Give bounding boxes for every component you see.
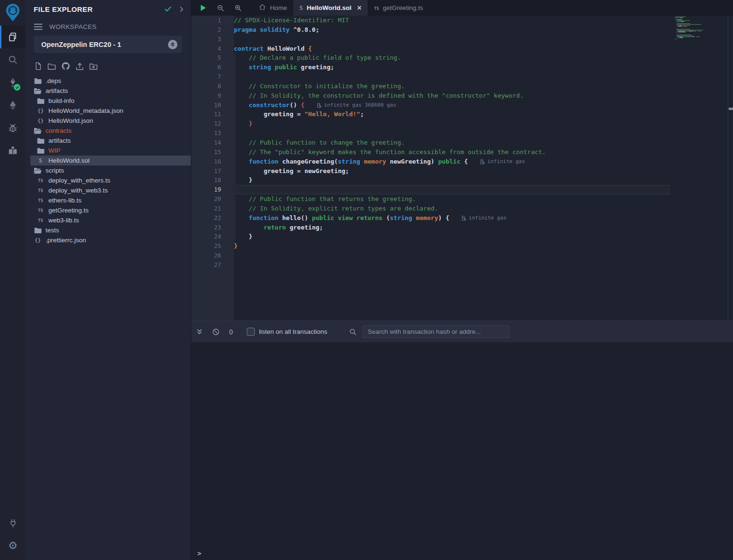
tree-item-ethers-lib-ts[interactable]: TSethers-lib.ts (30, 195, 191, 205)
code-line[interactable]: // Constructor to initialize the greetin… (234, 82, 733, 91)
code-line[interactable]: pragma solidity ^0.8.0; (234, 25, 733, 35)
code-line[interactable] (234, 260, 733, 270)
code-line[interactable]: } (234, 119, 733, 129)
line-number[interactable]: 10 (191, 101, 234, 110)
code-line[interactable]: } (234, 241, 733, 251)
learneth-icon[interactable] (0, 139, 26, 162)
tab-home[interactable]: Home (252, 0, 293, 16)
tree-item-build-info[interactable]: build-info (30, 96, 191, 106)
terminal-output[interactable]: > (191, 342, 733, 560)
line-number[interactable]: 27 (191, 260, 234, 270)
line-number[interactable]: 16 (191, 157, 234, 166)
new-file-icon[interactable] (34, 62, 43, 71)
line-number[interactable]: 20 (191, 194, 234, 204)
line-number[interactable]: 23 (191, 223, 234, 232)
tree-item-tests[interactable]: tests (30, 225, 191, 235)
tree-item-artifacts[interactable]: artifacts (30, 136, 191, 146)
code-line[interactable]: } (234, 232, 733, 241)
solidity-compiler-icon[interactable] (0, 71, 26, 94)
tree-item--deps[interactable]: .deps (30, 76, 191, 86)
tab-helloworld-sol[interactable]: SHelloWorld.sol× (293, 0, 368, 16)
code-line[interactable]: // In Solidity, the constructor is defin… (234, 91, 733, 101)
terminal-clear-icon[interactable] (212, 328, 220, 336)
hamburger-menu-icon[interactable] (34, 23, 43, 30)
line-number[interactable]: 17 (191, 166, 234, 176)
line-number[interactable]: 8 (191, 82, 234, 91)
code-line[interactable]: // Public function to change the greetin… (234, 138, 733, 147)
close-tab-icon[interactable]: × (357, 4, 362, 12)
code-line[interactable]: constructor() {infinite gas 368600 gas (234, 101, 733, 110)
tree-item--prettierrc-json[interactable]: {}.prettierrc.json (30, 235, 191, 245)
tree-item-deploy-with-ethers-ts[interactable]: TSdeploy_with_ethers.ts (30, 175, 191, 185)
line-number[interactable]: 22 (191, 213, 234, 223)
zoom-out-icon[interactable] (217, 4, 224, 12)
line-number[interactable]: 11 (191, 110, 234, 119)
line-number[interactable]: 4 (191, 44, 234, 54)
line-number[interactable]: 25 (191, 241, 234, 251)
debugger-icon[interactable] (0, 117, 26, 139)
line-number[interactable]: 21 (191, 204, 234, 213)
listen-transactions-checkbox[interactable] (247, 328, 255, 336)
line-number[interactable]: 1 (191, 16, 234, 25)
deploy-run-icon[interactable] (0, 94, 26, 117)
code-line[interactable] (234, 185, 733, 194)
plugin-manager-icon[interactable] (0, 512, 26, 534)
tree-item-artifacts[interactable]: artifacts (30, 86, 191, 96)
code-line[interactable]: greeting = "Hello, World!"; (234, 110, 733, 119)
tab-getgreeting-ts[interactable]: TSgetGreeting.ts (368, 0, 429, 16)
code-line[interactable]: function changeGreeting(string memory ne… (234, 157, 733, 166)
code-line[interactable] (234, 72, 733, 82)
open-folder-icon[interactable] (89, 62, 98, 71)
line-number[interactable]: 19 (191, 185, 234, 194)
line-number[interactable]: 18 (191, 175, 234, 185)
line-number[interactable]: 14 (191, 138, 234, 147)
remix-logo-icon[interactable] (0, 0, 26, 26)
code-line[interactable] (234, 35, 733, 44)
file-explorer-icon[interactable] (0, 26, 26, 48)
run-script-button[interactable] (199, 4, 207, 12)
code-line[interactable]: // In Solidity, explicit return types ar… (234, 204, 733, 213)
code-line[interactable]: // Public function that returns the gree… (234, 194, 733, 204)
line-number[interactable]: 9 (191, 91, 234, 101)
search-icon[interactable] (0, 48, 26, 71)
tree-item-web3-lib-ts[interactable]: TSweb3-lib.ts (30, 215, 191, 225)
line-number[interactable]: 13 (191, 129, 234, 138)
line-number[interactable]: 3 (191, 35, 234, 44)
clone-github-icon[interactable] (61, 61, 71, 71)
line-number[interactable]: 15 (191, 147, 234, 157)
listen-transactions-label[interactable]: listen on all transactions (259, 328, 327, 335)
code-line[interactable]: // Declare a public field of type string… (234, 53, 733, 63)
tree-item-scripts[interactable]: scripts (30, 165, 191, 175)
code-line[interactable]: return greeting; (234, 223, 733, 232)
code-line[interactable]: function hello() public view returns (st… (234, 213, 733, 223)
publish-gist-icon[interactable] (75, 62, 84, 71)
code-line[interactable]: // The "public" keyword makes the functi… (234, 147, 733, 157)
tree-item-wip[interactable]: WIP (30, 146, 191, 156)
tree-item-helloworld-json[interactable]: {}HelloWorld.json (30, 116, 191, 126)
new-folder-icon[interactable] (47, 62, 56, 71)
code-line[interactable]: string public greeting; (234, 63, 733, 72)
code-line[interactable]: // SPDX-License-Identifier: MIT (234, 16, 733, 25)
tree-item-getgreeting-ts[interactable]: TSgetGreeting.ts (30, 205, 191, 215)
line-number[interactable]: 7 (191, 72, 234, 82)
line-number[interactable]: 26 (191, 251, 234, 260)
tree-item-contracts[interactable]: contracts (30, 126, 191, 136)
settings-icon[interactable]: ⚙ (0, 534, 26, 557)
code-line[interactable]: } (234, 175, 733, 185)
transaction-search-input[interactable] (362, 325, 510, 338)
chevron-right-icon[interactable] (178, 6, 185, 13)
zoom-in-icon[interactable] (234, 4, 242, 12)
workspace-select[interactable]: OpenZeppelin ERC20 - 1 (34, 36, 182, 53)
line-number[interactable]: 6 (191, 63, 234, 72)
line-number[interactable]: 12 (191, 119, 234, 129)
tree-item-helloworld-metadata-json[interactable]: {}HelloWorld_metadata.json (30, 106, 191, 116)
tree-item-deploy-with-web3-ts[interactable]: TSdeploy_with_web3.ts (30, 185, 191, 195)
code-line[interactable] (234, 251, 733, 260)
terminal-collapse-icon[interactable] (196, 328, 203, 335)
line-number[interactable]: 5 (191, 53, 234, 63)
code-line[interactable]: greeting = newGreeting; (234, 166, 733, 176)
code-line[interactable]: contract HelloWorld { (234, 44, 733, 54)
line-number[interactable]: 2 (191, 25, 234, 35)
code-line[interactable] (234, 129, 733, 138)
tree-item-helloworld-sol[interactable]: SHelloWorld.sol (30, 156, 191, 165)
